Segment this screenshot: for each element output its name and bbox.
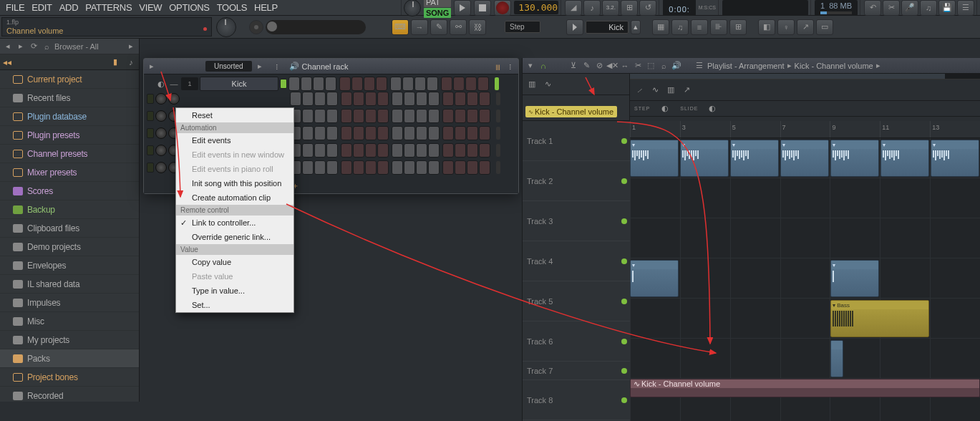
ctx-item[interactable]: Init song with this position	[176, 176, 293, 190]
step[interactable]	[351, 77, 363, 91]
pl-performance-icon[interactable]: ∿	[650, 85, 660, 95]
pl-lane[interactable]: ∿Kick - Channel volume	[630, 379, 980, 397]
pattern-clip[interactable]: ▾	[630, 260, 679, 297]
cr-group-dropdown[interactable]: Unsorted	[205, 61, 252, 72]
step[interactable]	[326, 160, 338, 175]
pl-mute-dot[interactable]	[621, 299, 627, 304]
pl-track-header[interactable]: Track 2	[523, 161, 630, 201]
pl-ruler[interactable]: 135791113	[630, 121, 980, 138]
step[interactable]	[301, 77, 312, 91]
browser-title[interactable]: Browser - All	[54, 42, 123, 51]
pl-lane[interactable]	[630, 339, 980, 379]
ctx-item[interactable]: Override generic link...	[176, 230, 293, 244]
step[interactable]	[365, 92, 377, 106]
step[interactable]	[428, 160, 440, 175]
pl-track-header[interactable]: Track 8	[523, 380, 630, 420]
step[interactable]	[402, 77, 414, 91]
channel-prev[interactable]	[566, 19, 583, 35]
pl-headphones-icon[interactable]: ∩	[538, 61, 548, 71]
browser-item-8[interactable]: Clipboard files	[0, 219, 139, 238]
pl-list-icon[interactable]: ☰	[694, 61, 704, 71]
step[interactable]	[392, 143, 403, 158]
plugin-picker-button[interactable]: ◧	[758, 19, 775, 35]
step[interactable]	[365, 160, 377, 175]
master-pitch-knob[interactable]	[216, 17, 236, 37]
step[interactable]	[341, 160, 352, 175]
step[interactable]	[404, 126, 415, 140]
pl-track-header[interactable]: Track 4	[523, 241, 630, 281]
pl-slide-label[interactable]: SLIDE	[680, 106, 698, 111]
menu-view[interactable]: VIEW	[136, 0, 165, 15]
step[interactable]	[404, 92, 415, 106]
step[interactable]	[392, 160, 403, 175]
step[interactable]	[377, 143, 389, 158]
step[interactable]	[455, 160, 466, 175]
step[interactable]	[377, 160, 389, 175]
step[interactable]	[377, 109, 389, 123]
cr-repeat-icon[interactable]: —	[168, 79, 180, 88]
cr-mute-led[interactable]	[147, 163, 154, 173]
step[interactable]	[302, 160, 314, 175]
step[interactable]	[392, 92, 403, 106]
pattern-clip[interactable]: ▾	[680, 140, 729, 177]
step[interactable]	[416, 126, 427, 140]
cr-select-0[interactable]	[495, 77, 499, 90]
pl-lane[interactable]	[630, 397, 980, 421]
step[interactable]	[442, 160, 454, 175]
step[interactable]	[314, 109, 326, 123]
stop-button[interactable]	[474, 0, 491, 16]
playlist-header[interactable]: ▾ ∩ ⊻ ✎ ⊘ ◀✕ ↔ ✂ ⬚ ⌕ 🔊 ☰ Playlist - Arra…	[523, 58, 980, 74]
pl-track-header[interactable]: Track 3	[523, 201, 630, 241]
browser-item-11[interactable]: IL shared data	[0, 275, 139, 294]
step[interactable]	[314, 126, 326, 140]
step[interactable]	[365, 143, 377, 158]
step[interactable]	[377, 126, 389, 140]
step[interactable]	[326, 143, 338, 158]
cr-mute-led[interactable]	[147, 128, 154, 138]
bar-marker[interactable]: 1	[630, 121, 680, 137]
pl-mute-dot[interactable]	[621, 368, 627, 374]
step[interactable]	[453, 77, 465, 91]
step[interactable]	[427, 77, 438, 91]
browser-item-14[interactable]: My projects	[0, 331, 139, 349]
channel-up[interactable]: ▴	[631, 20, 641, 34]
browser-item-1[interactable]: Recent files	[0, 89, 139, 107]
cr-vol-knob[interactable]	[168, 93, 180, 105]
pl-cancel-icon[interactable]: ⊘	[594, 61, 604, 71]
step[interactable]	[414, 77, 426, 91]
browser-expand-icon[interactable]: ▸	[126, 42, 136, 52]
pl-view-icon[interactable]: ▥	[666, 85, 676, 95]
view-playlist-button[interactable]: ▦	[652, 19, 669, 35]
pl-menu-icon[interactable]: ▾	[525, 61, 535, 71]
browser-refresh-icon[interactable]: ⟳	[29, 42, 39, 52]
step[interactable]	[326, 126, 338, 140]
browser-item-9[interactable]: Demo projects	[0, 238, 139, 256]
step[interactable]	[365, 109, 377, 123]
save-button[interactable]: 💾	[938, 0, 956, 16]
step[interactable]	[455, 109, 466, 123]
step[interactable]	[416, 143, 427, 158]
step[interactable]	[455, 143, 466, 158]
cr-pan-knob[interactable]	[155, 93, 167, 105]
step[interactable]	[442, 143, 454, 158]
step[interactable]	[364, 77, 375, 91]
metronome-button[interactable]: ◢	[565, 0, 582, 16]
bar-marker[interactable]: 7	[780, 121, 830, 137]
menu-patterns[interactable]: PATTERNS	[82, 0, 135, 15]
pl-lane[interactable]	[630, 218, 980, 258]
pl-mute-dot[interactable]	[621, 178, 627, 184]
browser-item-6[interactable]: Scores	[0, 182, 139, 200]
cr-mute-led[interactable]	[147, 94, 154, 104]
file-settings-button[interactable]: ☰	[957, 0, 974, 16]
pattern-clip[interactable]	[830, 340, 843, 377]
ctx-item[interactable]: Set...	[176, 298, 293, 312]
pl-mute-dot[interactable]	[621, 339, 627, 344]
cr-select[interactable]	[496, 161, 500, 174]
step[interactable]	[341, 92, 352, 106]
step[interactable]	[392, 109, 403, 123]
step[interactable]	[455, 92, 466, 106]
link-remote-button[interactable]: ⚯	[450, 19, 467, 35]
render-button[interactable]: ♫	[920, 0, 937, 16]
pl-zoom-icon[interactable]: ⌕	[659, 61, 669, 71]
view-browser-button[interactable]: ⊞	[729, 19, 747, 35]
